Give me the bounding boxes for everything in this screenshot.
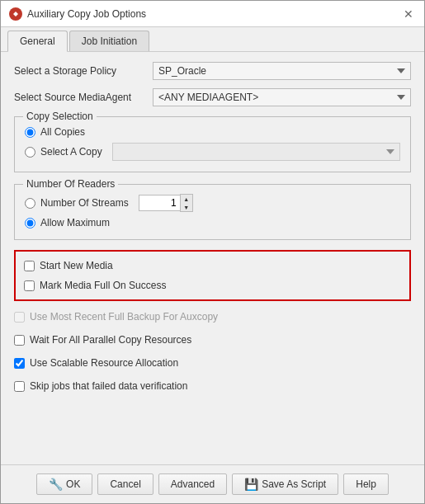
mark-media-full-checkbox[interactable] (24, 280, 35, 291)
footer: 🔧 OK Cancel Advanced 💾 Save As Script He… (1, 464, 424, 503)
mark-media-full-label: Mark Media Full On Success (40, 280, 166, 291)
number-of-readers-title: Number Of Readers (23, 178, 118, 190)
spinner-down-button[interactable]: ▼ (181, 203, 192, 211)
number-of-streams-label: Number Of Streams (40, 197, 129, 209)
title-bar: Auxiliary Copy Job Options ✕ (1, 1, 424, 27)
title-bar-left: Auxiliary Copy Job Options (9, 7, 146, 21)
wait-for-parallel-row: Wait For All Parallel Copy Resources (14, 332, 411, 347)
start-new-media-row: Start New Media (24, 258, 401, 273)
advanced-label: Advanced (171, 478, 215, 490)
use-most-recent-checkbox[interactable] (14, 312, 25, 323)
skip-jobs-row: Skip jobs that failed data verification (14, 379, 411, 393)
close-button[interactable]: ✕ (401, 7, 416, 21)
help-button[interactable]: Help (343, 473, 389, 495)
source-media-agent-select[interactable]: <ANY MEDIAAGENT> (153, 88, 411, 106)
source-media-agent-label: Select Source MediaAgent (14, 92, 146, 103)
window-title: Auxiliary Copy Job Options (27, 8, 146, 20)
skip-jobs-label: Skip jobs that failed data verification (30, 380, 187, 392)
tab-bar: General Job Initiation (1, 27, 424, 52)
spinner-up-button[interactable]: ▲ (181, 195, 192, 203)
advanced-button[interactable]: Advanced (158, 473, 227, 495)
ok-button[interactable]: 🔧 OK (36, 473, 92, 495)
select-a-copy-row: Select A Copy (25, 140, 400, 163)
skip-jobs-checkbox[interactable] (14, 381, 25, 392)
use-scalable-checkbox[interactable] (14, 358, 25, 369)
select-a-copy-radio[interactable] (25, 147, 35, 158)
use-most-recent-label: Use Most Recent Full Backup For Auxcopy (30, 311, 218, 323)
highlighted-checkboxes-box: Start New Media Mark Media Full On Succe… (14, 250, 411, 301)
ok-icon: 🔧 (49, 478, 63, 491)
use-scalable-label: Use Scalable Resource Allocation (30, 357, 178, 369)
use-scalable-row: Use Scalable Resource Allocation (14, 356, 411, 370)
mark-media-full-row: Mark Media Full On Success (24, 278, 401, 293)
all-copies-radio[interactable] (25, 127, 35, 138)
copy-selection-title: Copy Selection (23, 111, 97, 122)
storage-policy-label: Select a Storage Policy (14, 65, 146, 77)
spinner-buttons: ▲ ▼ (180, 194, 193, 212)
main-window: Auxiliary Copy Job Options ✕ General Job… (0, 0, 425, 504)
storage-policy-select[interactable]: SP_Oracle (153, 62, 411, 80)
save-script-label: Save As Script (262, 478, 326, 490)
save-as-script-button[interactable]: 💾 Save As Script (232, 473, 338, 495)
number-of-streams-row: Number Of Streams ▲ ▼ (25, 191, 400, 214)
all-copies-label: All Copies (40, 126, 85, 138)
tab-general[interactable]: General (7, 31, 68, 52)
help-label: Help (356, 478, 376, 490)
copy-selection-group: Copy Selection All Copies Select A Copy (14, 116, 411, 172)
app-icon (9, 7, 22, 21)
streams-number-input[interactable] (139, 195, 180, 211)
tab-job-initiation[interactable]: Job Initiation (69, 31, 149, 51)
source-media-agent-row: Select Source MediaAgent <ANY MEDIAAGENT… (14, 88, 411, 106)
start-new-media-label: Start New Media (40, 260, 113, 271)
select-a-copy-dropdown[interactable] (112, 143, 400, 161)
storage-policy-row: Select a Storage Policy SP_Oracle (14, 62, 411, 80)
allow-maximum-radio[interactable] (25, 218, 35, 228)
all-copies-row: All Copies (25, 124, 400, 140)
allow-maximum-label: Allow Maximum (40, 217, 110, 228)
cancel-button[interactable]: Cancel (97, 473, 153, 495)
wait-for-parallel-label: Wait For All Parallel Copy Resources (30, 334, 191, 346)
wait-for-parallel-checkbox[interactable] (14, 335, 25, 346)
cancel-label: Cancel (110, 478, 140, 490)
save-script-icon: 💾 (244, 478, 258, 491)
streams-input-group: ▲ ▼ (139, 194, 193, 212)
use-most-recent-row: Use Most Recent Full Backup For Auxcopy (14, 309, 411, 324)
main-content: Select a Storage Policy SP_Oracle Select… (1, 52, 424, 464)
select-a-copy-label: Select A Copy (40, 146, 102, 158)
allow-maximum-row: Allow Maximum (25, 214, 400, 231)
number-of-streams-radio[interactable] (25, 198, 35, 209)
start-new-media-checkbox[interactable] (24, 261, 35, 271)
ok-label: OK (66, 478, 80, 490)
number-of-readers-group: Number Of Readers Number Of Streams ▲ ▼ … (14, 184, 411, 240)
